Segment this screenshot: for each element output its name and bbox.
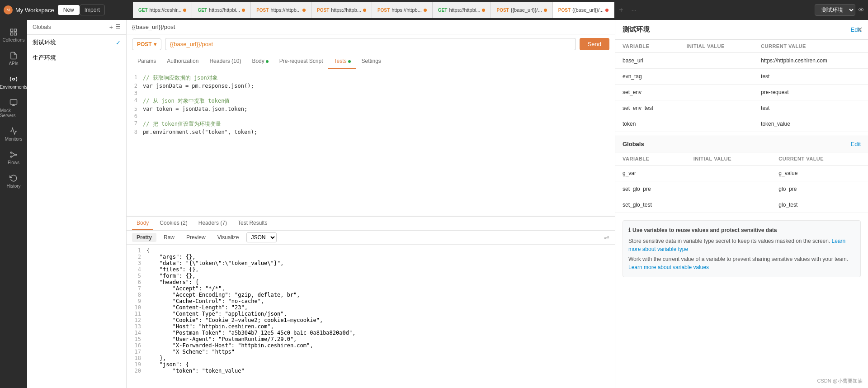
- resp-tab-3[interactable]: Test Results: [233, 217, 272, 230]
- url-input[interactable]: [165, 38, 576, 50]
- json-line: 10 "Content-Length": "23",: [132, 304, 609, 311]
- globals-var-row-1: set_glo_preglo_pre: [615, 181, 868, 197]
- line-code: // 获取响应数据的 json对象: [143, 74, 218, 82]
- resp-tab-1[interactable]: Cookies (2): [155, 217, 192, 230]
- tab-method: POST: [377, 8, 390, 13]
- env-var-row-4: tokentoken_value: [615, 116, 868, 132]
- line-number: 1: [127, 74, 143, 80]
- tab-method: GET: [138, 8, 148, 13]
- tab-item-2[interactable]: POSThttps://httpb...: [251, 2, 311, 18]
- tab-item-6[interactable]: POST{{base_url}}/...: [491, 2, 552, 18]
- tab-item-7[interactable]: POST{{base_url}}/...: [553, 2, 614, 18]
- env-panel-title: 测试环境: [623, 25, 650, 34]
- tab-method: GET: [438, 8, 448, 13]
- main-area: Collections APIs Environments Mock Serve…: [0, 20, 868, 388]
- g-var-header: VARIABLE: [615, 152, 686, 166]
- menu-icon[interactable]: ☰: [116, 24, 121, 31]
- tab-dot: [482, 9, 485, 12]
- globals-edit-button[interactable]: Edit: [851, 141, 861, 147]
- resp-format-btn-raw[interactable]: Raw: [159, 233, 179, 242]
- request-url-bar: POST ▾ Send: [127, 34, 615, 54]
- req-tab-1[interactable]: Authorization: [161, 54, 204, 69]
- tab-item-4[interactable]: POSThttps://httpb...: [372, 2, 433, 18]
- new-button[interactable]: New: [58, 5, 80, 15]
- globals-variables-table: VARIABLE INITIAL VALUE CURRENT VALUE g_v…: [615, 152, 868, 213]
- json-line-num: 7: [132, 285, 146, 292]
- env-var-row-2: set_envpre-request: [615, 85, 868, 100]
- json-line-num: 18: [132, 355, 146, 361]
- env-var-row-3: set_env_testtest: [615, 100, 868, 116]
- tab-url: https://httpb...: [331, 7, 361, 13]
- json-line-num: 19: [132, 361, 146, 368]
- code-line: 4// 从 json 对象中提取 token值: [127, 97, 615, 105]
- workspace-label: M My Workspace: [4, 5, 54, 14]
- req-tab-4[interactable]: Pre-request Script: [274, 54, 329, 69]
- env-var-row-0: base_urlhttps://httpbin.ceshiren.com: [615, 53, 868, 69]
- json-line-code: "Cookie": "Cookie_2=value2; cookie1=myco…: [146, 317, 323, 323]
- app: M My Workspace New Import GEThttps://ces…: [0, 0, 868, 388]
- sidebar-label-mock: Mock Servers: [0, 108, 27, 118]
- json-type-select[interactable]: JSON: [246, 232, 277, 242]
- env-var-name: base_url: [615, 53, 679, 69]
- tab-item-1[interactable]: GEThttps://httpbi...: [192, 2, 251, 18]
- sidebar-item-apis[interactable]: APIs: [0, 47, 27, 71]
- eye-button[interactable]: 👁: [858, 6, 864, 14]
- json-line-num: 17: [132, 349, 146, 355]
- info-link-2[interactable]: Learn more about variable values: [628, 264, 709, 270]
- tab-item-0[interactable]: GEThttps://ceshir...: [133, 2, 192, 18]
- json-line-num: 9: [132, 298, 146, 304]
- resp-tab-2[interactable]: Headers (7): [194, 217, 231, 230]
- resp-tab-0[interactable]: Body: [132, 217, 153, 230]
- svg-rect-2: [10, 33, 13, 35]
- sidebar-item-history[interactable]: History: [0, 170, 27, 193]
- json-line-num: 13: [132, 323, 146, 330]
- tab-item-3[interactable]: POSThttps://httpb...: [311, 2, 372, 18]
- resp-format-btn-visualize[interactable]: Visualize: [213, 233, 244, 242]
- json-line-code: "headers": {: [146, 279, 199, 285]
- send-button[interactable]: Send: [580, 38, 609, 50]
- info-text-2: Work with the current value of a variabl…: [628, 255, 855, 271]
- tab-dot: [605, 9, 609, 12]
- tab-url: https://ceshir...: [150, 7, 182, 13]
- env-var-initial: [679, 69, 754, 85]
- env-list-item-0[interactable]: 测试环境✓: [27, 35, 126, 50]
- env-list-item-1[interactable]: 生产环境: [27, 50, 126, 66]
- json-line-code: "files": {},: [146, 266, 199, 273]
- json-line-num: 20: [132, 368, 146, 374]
- sidebar-item-collections[interactable]: Collections: [0, 24, 27, 47]
- resp-format-btn-pretty[interactable]: Pretty: [132, 233, 156, 242]
- sidebar-item-mock[interactable]: Mock Servers: [0, 94, 27, 123]
- json-line: 7 "Accept": "*/*",: [132, 285, 609, 292]
- req-tab-3[interactable]: Body: [246, 54, 274, 69]
- tab-method: POST: [317, 8, 329, 13]
- resp-format-btn-preview[interactable]: Preview: [182, 233, 210, 242]
- line-code: // 把 token值设置为环境变量: [143, 120, 221, 128]
- sidebar-label-history: History: [6, 184, 20, 189]
- method-label: POST: [137, 41, 152, 47]
- add-env-icon[interactable]: +: [109, 24, 113, 31]
- env-variables-table: VARIABLE INITIAL VALUE CURRENT VALUE bas…: [615, 40, 868, 132]
- tab-url: https://httpbi...: [209, 7, 240, 13]
- sidebar-item-environments[interactable]: Environments: [0, 71, 27, 94]
- req-tab-6[interactable]: Settings: [356, 54, 387, 69]
- env-dropdown[interactable]: 测试环境: [815, 4, 855, 16]
- json-line-code: "User-Agent": "PostmanRuntime/7.29.0",: [146, 336, 297, 342]
- json-line-num: 5: [132, 273, 146, 279]
- method-select[interactable]: POST ▾: [132, 38, 161, 50]
- tab-item-5[interactable]: GEThttps://httpbi...: [433, 2, 491, 18]
- req-tab-2[interactable]: Headers (10): [204, 54, 246, 69]
- env-panel-header: 测试环境 Edit: [615, 20, 868, 40]
- json-line: 17 "X-Scheme": "https": [132, 349, 609, 355]
- import-button[interactable]: Import: [80, 5, 105, 15]
- sidebar-item-monitors[interactable]: Monitors: [0, 123, 27, 146]
- req-tab-0[interactable]: Params: [132, 54, 161, 69]
- close-panel-button[interactable]: ✕: [857, 25, 863, 34]
- tab-method: GET: [198, 8, 207, 13]
- filter-button[interactable]: ⇌: [604, 234, 609, 241]
- more-tabs-button[interactable]: ···: [628, 6, 641, 14]
- req-tab-5[interactable]: Tests: [328, 54, 356, 69]
- sidebar-item-flows[interactable]: Flows: [0, 146, 27, 170]
- globals-var-initial: [686, 197, 772, 213]
- add-tab-button[interactable]: +: [614, 6, 627, 14]
- line-code: pm.environment.set("token", token);: [143, 129, 257, 135]
